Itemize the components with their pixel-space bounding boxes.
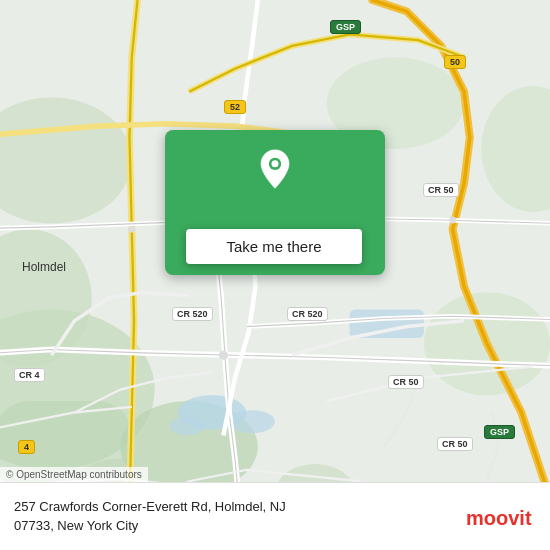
road-label-cr4: CR 4	[14, 368, 45, 382]
map-attribution: © OpenStreetMap contributors	[0, 467, 148, 482]
svg-rect-14	[349, 309, 423, 338]
road-label-cr50c: CR 50	[437, 437, 473, 451]
bottom-bar: 257 Crawfords Corner-Everett Rd, Holmdel…	[0, 482, 550, 550]
take-me-there-button[interactable]: Take me there	[186, 229, 362, 264]
svg-point-13	[170, 417, 204, 435]
svg-point-15	[219, 351, 228, 360]
road-label-cr520b: CR 520	[287, 307, 328, 321]
svg-point-19	[271, 160, 278, 167]
shield-52: 52	[224, 100, 246, 114]
svg-point-16	[128, 226, 135, 233]
shield-gsp2: GSP	[484, 425, 515, 439]
shield-gsp1: GSP	[330, 20, 361, 34]
svg-text:moovit: moovit	[466, 507, 532, 529]
svg-point-12	[229, 410, 275, 433]
moovit-logo: moovit	[466, 501, 536, 533]
shield-50: 50	[444, 55, 466, 69]
shield-4: 4	[18, 440, 35, 454]
map-container: CR 520 CR 520 CR 50 CR 50 CR 50 CR 4 52 …	[0, 0, 550, 550]
address-text: 257 Crawfords Corner-Everett Rd, Holmdel…	[14, 498, 456, 534]
road-label-cr520a: CR 520	[172, 307, 213, 321]
svg-point-17	[449, 217, 456, 224]
place-label-holmdel: Holmdel	[22, 260, 66, 274]
road-label-cr50b: CR 50	[388, 375, 424, 389]
road-label-cr50a: CR 50	[423, 183, 459, 197]
address-block: 257 Crawfords Corner-Everett Rd, Holmdel…	[14, 498, 456, 534]
moovit-logo-svg: moovit	[466, 501, 536, 533]
pin-icon	[253, 148, 297, 192]
